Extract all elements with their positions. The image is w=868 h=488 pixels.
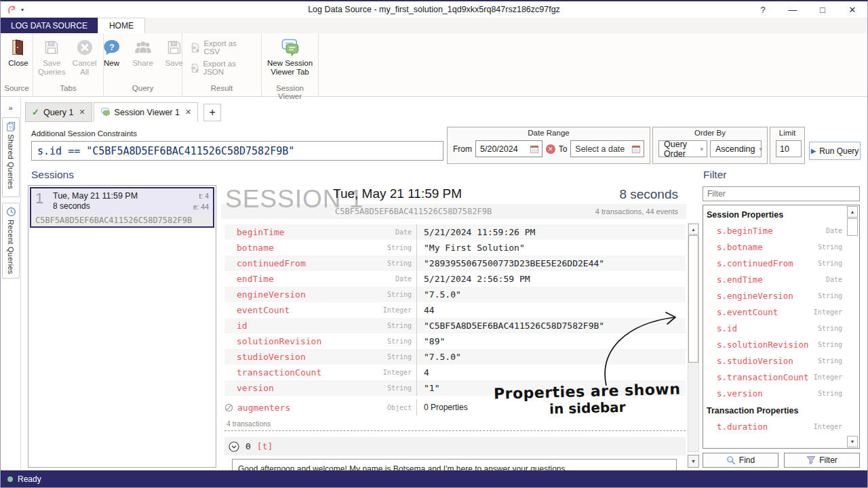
filter-property-row[interactable]: t.durationInteger (703, 418, 859, 434)
recent-queries-tab[interactable]: Recent Queries (2, 203, 20, 279)
tab-session-viewer-1[interactable]: Session Viewer 1 ✕ (94, 102, 199, 122)
filter-property-row[interactable]: s.studioVersionString (703, 352, 859, 369)
scrollbar-thumb[interactable] (847, 218, 858, 236)
session-transaction-count: t: 4 (193, 191, 209, 202)
session-duration: 8 seconds (53, 201, 193, 211)
maximize-button[interactable]: □ (808, 1, 837, 18)
transaction-expander[interactable]: 0 [t] (224, 437, 686, 455)
export-json-button[interactable]: Export as JSON (191, 60, 253, 76)
new-session-viewer-tab-button[interactable]: New Session Viewer Tab (264, 35, 315, 79)
filter-input[interactable] (703, 186, 860, 201)
property-row: studioVersionString"7.5.0" (224, 349, 686, 365)
constraints-input[interactable] (31, 141, 443, 161)
date-range-title: Date Range (448, 129, 650, 137)
cancel-circle-icon (75, 37, 95, 58)
shared-queries-tab[interactable]: ? Shared Queries (2, 117, 20, 197)
filter-property-row[interactable]: s.versionString (703, 385, 859, 401)
filter-property-list: ▲ ▼ Session Properties s.beginTimeDate s… (703, 205, 860, 449)
scroll-down-icon[interactable]: ▼ (847, 436, 858, 447)
filter-property-row[interactable]: s.engineVersionString (703, 287, 859, 304)
door-icon (8, 37, 28, 58)
tab-home[interactable]: HOME (98, 18, 145, 33)
add-tab-button[interactable]: + (203, 104, 221, 121)
svg-text:?: ? (109, 42, 115, 52)
run-query-button[interactable]: ▶ Run Query (809, 142, 861, 160)
close-tab-icon[interactable]: ✕ (185, 108, 191, 117)
limit-input[interactable] (776, 140, 802, 157)
property-row: transactionCountInteger4 (224, 365, 686, 380)
filter-property-row[interactable]: s.eventCountInteger (703, 304, 859, 320)
dashed-separator (224, 430, 686, 431)
session-properties-header: Session Properties (703, 205, 859, 222)
status-dot-icon (7, 476, 13, 482)
ribbon-tab-strip: LOG DATA SOURCE HOME (1, 18, 867, 33)
tab-query-1[interactable]: ✓ Query 1 ✕ (25, 102, 92, 122)
sessions-header: Sessions (31, 169, 74, 181)
expand-rail-icon[interactable]: » (1, 104, 20, 112)
transaction-index: 0 (245, 441, 251, 451)
from-date-input[interactable]: 5/20/2024 (475, 140, 542, 157)
augmenters-row: augmenters Object 0 Properties (224, 399, 686, 415)
filter-button[interactable]: Filter (784, 453, 860, 468)
session-detail-panel: SESSION 1 Tue, May 21 11:59 PM C5BF5A8D5… (221, 185, 700, 468)
session-detail-id: C5BF5A8D5EF6BAC411526C58D7582F9B (335, 207, 492, 216)
calendar-icon[interactable] (530, 144, 539, 154)
detail-scrollbar[interactable]: ▲ (688, 223, 699, 452)
share-query-button[interactable]: Share (128, 35, 158, 70)
cancel-all-button[interactable]: Cancel All (69, 35, 101, 79)
question-bubble-icon: ? (102, 37, 122, 58)
filter-header: Filter (703, 169, 726, 181)
minimize-button[interactable]: — (778, 1, 808, 18)
calendar-icon[interactable] (631, 144, 641, 154)
ribbon-group-result: Export as CSV Export as JSON Result (182, 33, 262, 96)
left-rail: » ? Shared Queries Recent Queries (1, 97, 21, 470)
json-file-icon (191, 63, 199, 73)
filter-list-scrollbar[interactable]: ▲ ▼ (847, 206, 859, 447)
close-window-button[interactable]: ✕ (837, 1, 867, 18)
property-row: continuedFromString"2893955067500773D23B… (224, 256, 686, 271)
status-text: Ready (18, 474, 41, 484)
order-field-select[interactable]: Query Order ▾ (658, 140, 707, 157)
scroll-up-icon[interactable]: ▲ (847, 206, 858, 218)
group-label-session-viewer: Session Viewer (264, 84, 315, 96)
property-row: versionString"1" (224, 380, 686, 396)
export-csv-button[interactable]: Export as CSV (191, 39, 253, 56)
filter-property-row[interactable]: s.continuedFromString (703, 255, 859, 271)
to-date-input[interactable]: Select a date (570, 140, 644, 157)
transactions-count-label: 4 transactions (226, 420, 271, 428)
find-button[interactable]: Find (703, 453, 778, 468)
session-detail-date: Tue, May 21 11:59 PM (333, 186, 462, 201)
filter-property-row[interactable]: s.transactionCountInteger (703, 369, 859, 385)
filter-property-row[interactable]: s.botnameString (703, 239, 859, 255)
scroll-up-icon[interactable]: ▲ (688, 224, 698, 235)
order-by-group: Order By Query Order ▾ Ascending ▾ (652, 127, 768, 164)
clear-date-icon[interactable]: ✕ (546, 144, 555, 154)
people-icon (133, 37, 153, 58)
expand-circle-icon[interactable] (229, 441, 239, 452)
new-query-button[interactable]: ? New (97, 35, 127, 70)
close-button[interactable]: Close (3, 35, 33, 70)
order-direction-select[interactable]: Ascending ▾ (710, 140, 762, 157)
session-list-item[interactable]: 1 Tue, May 21 11:59 PM 8 seconds t: 4 e:… (30, 187, 214, 228)
filter-property-row[interactable]: s.beginTimeDate (703, 222, 859, 239)
close-tab-icon[interactable]: ✕ (79, 108, 85, 117)
property-row: beginTimeDate5/21/2024 11:59:26 PM (224, 224, 686, 240)
svg-text:?: ? (9, 125, 12, 131)
preview-dropdown-button[interactable]: ▼ (688, 455, 699, 468)
tab-log-data-source[interactable]: LOG DATA SOURCE (1, 18, 98, 33)
property-row: engineVersionString"7.5.0" (224, 287, 686, 302)
play-icon: ▶ (811, 147, 816, 155)
scrollbar-thumb[interactable] (688, 235, 698, 363)
filter-property-row[interactable]: s.endTimeDate (703, 271, 859, 287)
ribbon-group-session-viewer: New Session Viewer Tab Session Viewer (262, 33, 319, 96)
ribbon-group-source: Close Source (1, 33, 33, 96)
limit-title: Limit (770, 129, 804, 137)
save-queries-button[interactable]: Save Queries (36, 35, 68, 79)
filter-property-row[interactable]: s.solutionRevisionString (703, 336, 859, 352)
help-button[interactable]: ? (748, 1, 778, 18)
clock-icon (6, 207, 16, 217)
property-table: beginTimeDate5/21/2024 11:59:26 PM botna… (224, 224, 686, 396)
property-row: eventCountInteger44 (224, 302, 686, 318)
document-tab-strip: ✓ Query 1 ✕ Session Viewer 1 ✕ + (21, 100, 867, 122)
filter-property-row[interactable]: s.idString (703, 320, 859, 336)
